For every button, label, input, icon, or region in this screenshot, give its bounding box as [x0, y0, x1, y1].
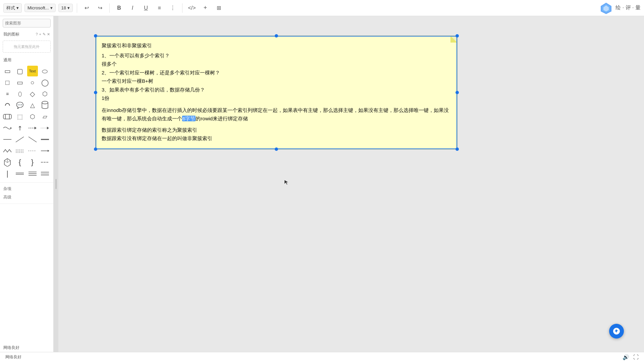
search-input[interactable]: [5, 21, 54, 25]
handle-top-left[interactable]: [94, 34, 97, 38]
divider1: [0, 182, 53, 183]
style-dropdown[interactable]: 样式 ▾: [3, 3, 22, 13]
rect-shape[interactable]: ▭: [2, 66, 13, 76]
arc-shape[interactable]: ◠: [2, 100, 13, 111]
canvas-area[interactable]: 聚簇索引和非聚簇索引 1、一个表可以有多少个索引？ 很多个 2、一个索引对应一棵…: [58, 16, 644, 352]
circle-shape[interactable]: ○: [27, 77, 38, 88]
note-paragraph1: 在innodb存储引擎中，数据在进行插入的时候必须要跟某一个索引列绑定在一起，如…: [102, 106, 451, 123]
lines-shape[interactable]: ≡: [2, 88, 13, 99]
style-arrow: ▾: [16, 5, 19, 10]
volume-icon[interactable]: 🔊: [623, 354, 629, 360]
double-line-shape[interactable]: [14, 168, 25, 179]
back-slash-shape[interactable]: [27, 134, 38, 145]
bold-button[interactable]: B: [114, 3, 124, 13]
handle-bottom-left[interactable]: [94, 147, 97, 151]
fwd-slash-shape[interactable]: [14, 134, 25, 145]
search-box[interactable]: 🔍: [3, 19, 51, 27]
process-shape[interactable]: [2, 111, 13, 122]
svg-marker-9: [35, 127, 37, 129]
ellipse-shape[interactable]: ⬭: [40, 66, 50, 76]
svg-line-25: [4, 161, 7, 163]
handle-bottom-right[interactable]: [455, 147, 459, 151]
rect-rounded-shape[interactable]: ▢: [14, 66, 25, 76]
font-dropdown[interactable]: Microsoft... ▾: [24, 4, 56, 12]
undo-button[interactable]: ↩: [81, 3, 92, 13]
brace-close-shape[interactable]: }: [27, 157, 38, 168]
table-button[interactable]: ⊞: [213, 3, 224, 13]
text-shape[interactable]: Text: [27, 66, 38, 76]
zigzag-shape[interactable]: [2, 145, 13, 156]
edit-icon-btn[interactable]: ✎: [43, 32, 46, 37]
quad-line-shape[interactable]: [40, 168, 50, 179]
solid-line-shape[interactable]: [2, 134, 13, 145]
hex-shape[interactable]: ⬡: [40, 88, 50, 99]
svg-marker-7: [10, 127, 12, 129]
handle-top-right[interactable]: [455, 34, 459, 38]
triple-line-shape[interactable]: [27, 168, 38, 179]
sidebar-resize-handle[interactable]: [54, 16, 58, 352]
h-dash-shape[interactable]: [40, 157, 50, 168]
triangle-shape[interactable]: △: [27, 100, 38, 111]
svg-rect-4: [3, 114, 11, 119]
add-icon-btn[interactable]: +: [39, 32, 41, 37]
drop-area[interactable]: 拖元素拖至此外: [3, 41, 51, 53]
code-button[interactable]: </>: [186, 3, 197, 13]
note-line4: 一个索引对应一棵B+树: [102, 77, 451, 85]
brace-open-shape[interactable]: {: [14, 157, 25, 168]
fullscreen-icon[interactable]: ⛶: [633, 354, 639, 360]
dot-arrow-shape[interactable]: [40, 123, 50, 133]
sep2: [109, 3, 110, 13]
multi-dash-shape[interactable]: [14, 145, 25, 156]
para1-highlight: 6字节: [182, 116, 196, 121]
diag-arrow-shape[interactable]: ↗: [12, 120, 28, 135]
my-icons-section: 我的图标 ? + ✎ ✕: [0, 30, 53, 39]
note-title: 聚簇索引和非聚簇索引: [102, 41, 451, 50]
size-arrow: ▾: [67, 5, 70, 10]
handle-top-center[interactable]: [275, 34, 278, 38]
toolbar: 样式 ▾ Microsoft... ▾ 18 ▾ ↩ ↪ B I U ≡ ⋮ <…: [0, 0, 644, 16]
diamond-shape[interactable]: ◇: [27, 88, 38, 99]
advanced-section-label[interactable]: 高级: [0, 193, 53, 201]
wave-shape[interactable]: [2, 123, 13, 133]
underline-button[interactable]: U: [141, 3, 151, 13]
align-button[interactable]: ≡: [154, 3, 165, 13]
thick-line-shape[interactable]: [40, 134, 50, 145]
size-label: 18: [61, 5, 66, 10]
logo-area: 绘 · 评 · 量: [599, 1, 641, 15]
arrow-right-shape[interactable]: ⬡: [27, 111, 38, 122]
my-icons-label-text: 我的图标: [3, 32, 19, 37]
cube-3d-shape[interactable]: [2, 157, 13, 168]
box3d-shape[interactable]: ⬚: [14, 111, 25, 122]
list-button[interactable]: ⋮: [167, 3, 178, 13]
circle2-shape[interactable]: ◯: [40, 77, 50, 88]
speech-shape[interactable]: 💬: [14, 100, 25, 111]
par-shape[interactable]: ▱: [40, 111, 50, 122]
small-dash-shape[interactable]: [27, 145, 38, 156]
note-shape[interactable]: 聚簇索引和非聚簇索引 1、一个表可以有多少个索引？ 很多个 2、一个索引对应一棵…: [95, 36, 458, 149]
note-line3: 2、一个索引对应一棵树，还是多个索引对应一棵树？: [102, 68, 451, 77]
add-button[interactable]: +: [200, 3, 211, 13]
handle-mid-left[interactable]: [94, 91, 97, 94]
font-arrow: ▾: [50, 5, 53, 10]
main-area: 🔍 我的图标 ? + ✎ ✕ 拖元素拖至此外 通用 ▭ ▢ Text ⬭ □ ▭…: [0, 16, 644, 352]
size-dropdown[interactable]: 18 ▾: [58, 4, 73, 12]
plus-arrow-shape[interactable]: [40, 145, 50, 156]
handle-bottom-center[interactable]: [275, 147, 278, 151]
oval-shape[interactable]: ⬯: [14, 88, 25, 99]
note-paragraph2: 数据跟索引绑定存储的索引称之为聚簇索引: [102, 126, 451, 134]
note-content: 聚簇索引和非聚簇索引 1、一个表可以有多少个索引？ 很多个 2、一个索引对应一棵…: [102, 41, 451, 143]
pipe-shape[interactable]: |: [2, 168, 13, 179]
close-icon-btn[interactable]: ✕: [47, 32, 50, 37]
rect2-shape[interactable]: □: [2, 77, 13, 88]
redo-button[interactable]: ↪: [95, 3, 105, 13]
italic-button[interactable]: I: [127, 3, 138, 13]
network-label: 网络良好: [0, 344, 53, 352]
dashed-arrow-shape[interactable]: [27, 123, 38, 133]
help-icon[interactable]: ?: [36, 32, 38, 37]
misc-section-label[interactable]: 杂项: [0, 185, 53, 193]
sep1: [77, 3, 77, 13]
cylinder-shape[interactable]: [40, 100, 50, 111]
handle-mid-right[interactable]: [455, 91, 459, 94]
fab-button[interactable]: [609, 324, 624, 339]
rect3-shape[interactable]: ▭: [14, 77, 25, 88]
